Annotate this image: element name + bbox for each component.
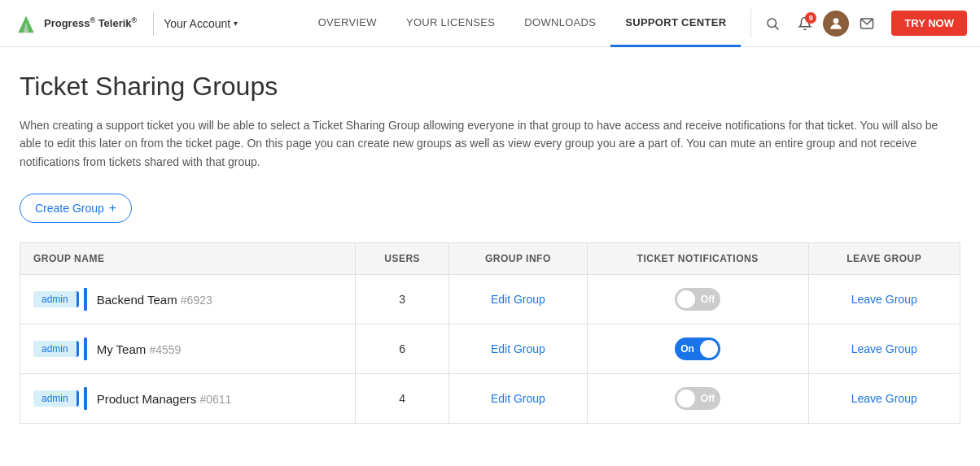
cell-group-name-1: admin My Team #4559 <box>20 324 356 374</box>
cell-group-info-1: Edit Group <box>449 324 588 374</box>
nav-support[interactable]: SUPPORT CENTER <box>610 0 741 47</box>
nav-divider <box>153 11 154 36</box>
nav-overview[interactable]: OVERVIEW <box>304 0 392 47</box>
col-group-info: GROUP INFO <box>449 243 588 275</box>
user-avatar[interactable] <box>823 11 849 37</box>
edit-group-link-2[interactable]: Edit Group <box>462 392 574 405</box>
cell-group-info-0: Edit Group <box>449 275 588 324</box>
search-button[interactable] <box>758 9 787 38</box>
svg-point-4 <box>833 18 839 24</box>
navigation: Progress® Telerik® Your Account ▾ OVERVI… <box>0 0 980 47</box>
table-header: GROUP NAME USERS GROUP INFO TICKET NOTIF… <box>20 243 960 275</box>
try-now-button[interactable]: TRY NOW <box>891 11 967 36</box>
plus-icon: + <box>109 201 116 216</box>
account-label: Your Account <box>164 17 230 30</box>
group-id-1: #4559 <box>149 343 181 356</box>
table-row: admin Backend Team #6923 3 Edit Group Of… <box>20 275 960 324</box>
mail-icon <box>860 16 874 31</box>
main-content: Ticket Sharing Groups When creating a su… <box>0 47 980 448</box>
cell-leave-2: Leave Group <box>808 374 960 424</box>
toggle-label-1: On <box>680 343 694 355</box>
progress-logo-icon <box>13 11 39 37</box>
notifications-button[interactable]: 9 <box>790 9 820 38</box>
svg-line-3 <box>776 26 779 29</box>
col-group-name: GROUP NAME <box>20 243 356 275</box>
page-title: Ticket Sharing Groups <box>20 72 960 102</box>
toggle-label-2: Off <box>701 393 715 404</box>
col-users: USERS <box>356 243 449 275</box>
cell-group-name-0: admin Backend Team #6923 <box>20 275 356 324</box>
nav-links: OVERVIEW YOUR LICENSES DOWNLOADS SUPPORT… <box>304 0 742 47</box>
nav-licenses[interactable]: YOUR LICENSES <box>392 0 510 47</box>
cell-users-2: 4 <box>356 374 449 424</box>
cell-notifications-1: On <box>587 324 808 374</box>
account-menu[interactable]: Your Account ▾ <box>164 17 238 30</box>
brand-text: Progress® Telerik® <box>44 16 137 29</box>
create-group-button[interactable]: Create Group + <box>20 194 132 223</box>
mail-button[interactable] <box>852 9 882 38</box>
chevron-down-icon: ▾ <box>234 19 238 28</box>
cell-group-name-2: admin Product Managers #0611 <box>20 374 356 424</box>
groups-table: GROUP NAME USERS GROUP INFO TICKET NOTIF… <box>20 242 960 424</box>
notifications-toggle-2[interactable]: Off <box>675 387 720 410</box>
cell-users-0: 3 <box>356 275 449 324</box>
edit-group-link-1[interactable]: Edit Group <box>462 342 574 355</box>
table-row: admin Product Managers #0611 4 Edit Grou… <box>20 374 960 424</box>
toggle-knob-1 <box>700 340 718 358</box>
group-name-0: Backend Team #6923 <box>97 293 212 307</box>
cell-users-1: 6 <box>356 324 449 374</box>
col-notifications: TICKET NOTIFICATIONS <box>587 243 808 275</box>
admin-tag-0: admin <box>33 291 79 307</box>
admin-tag-1: admin <box>33 341 79 357</box>
group-name-2: Product Managers #0611 <box>97 392 232 406</box>
search-icon <box>765 16 780 31</box>
create-group-label: Create Group <box>35 202 104 215</box>
cell-leave-1: Leave Group <box>808 324 960 374</box>
svg-point-2 <box>768 19 777 28</box>
leave-group-link-1[interactable]: Leave Group <box>822 342 947 355</box>
cell-notifications-0: Off <box>587 275 808 324</box>
toggle-knob-0 <box>677 290 695 308</box>
cell-notifications-2: Off <box>587 374 808 424</box>
toggle-knob-2 <box>677 390 695 407</box>
group-id-2: #0611 <box>199 393 231 406</box>
nav-actions: 9 TRY NOW <box>750 9 967 38</box>
toggle-label-0: Off <box>701 294 715 305</box>
table-body: admin Backend Team #6923 3 Edit Group Of… <box>20 275 960 424</box>
cell-leave-0: Leave Group <box>808 275 960 324</box>
brand-logo[interactable]: Progress® Telerik® <box>13 11 137 37</box>
page-description: When creating a support ticket you will … <box>20 116 960 171</box>
user-icon <box>828 15 844 32</box>
cell-group-info-2: Edit Group <box>449 374 588 424</box>
table-row: admin My Team #4559 6 Edit Group On Leav… <box>20 324 960 374</box>
notifications-toggle-0[interactable]: Off <box>675 288 720 311</box>
edit-group-link-0[interactable]: Edit Group <box>462 293 574 306</box>
notification-badge: 9 <box>805 12 816 24</box>
group-id-0: #6923 <box>181 294 212 307</box>
col-leave-group: LEAVE GROUP <box>808 243 960 275</box>
notifications-toggle-1[interactable]: On <box>675 338 720 360</box>
admin-tag-2: admin <box>33 390 79 407</box>
leave-group-link-2[interactable]: Leave Group <box>822 392 947 405</box>
group-name-1: My Team #4559 <box>97 342 182 356</box>
leave-group-link-0[interactable]: Leave Group <box>822 293 947 306</box>
nav-downloads[interactable]: DOWNLOADS <box>510 0 610 47</box>
